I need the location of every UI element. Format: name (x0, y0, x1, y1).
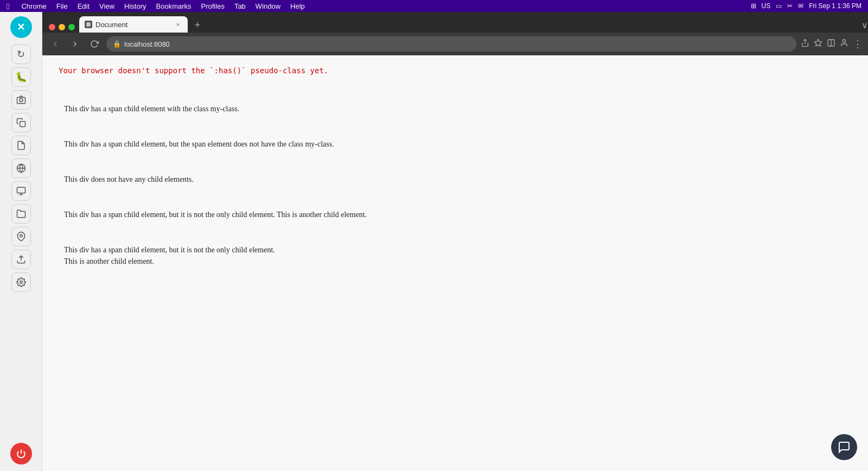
refresh-button[interactable] (87, 36, 102, 52)
sidebar-icon-document[interactable] (11, 136, 31, 155)
menu-view[interactable]: View (99, 2, 114, 10)
bookmark-icon[interactable] (814, 39, 822, 49)
traffic-lights (44, 24, 79, 33)
sidebar-icon-location[interactable] (11, 227, 31, 246)
content-block-3: This div does not have any child element… (64, 162, 852, 197)
traffic-light-red[interactable] (49, 24, 55, 30)
sidebar-icon-refresh[interactable]: ↻ (11, 44, 31, 64)
nav-right-icons: ⋮ (801, 38, 863, 50)
system-icon-4: ✂ (787, 2, 793, 10)
more-icon[interactable]: ⋮ (853, 38, 863, 50)
browser-tab[interactable]: Document × (79, 16, 188, 33)
menu-bar-right: ⊞ US ▭ ✂ ✉ Fri Sep 1 1:36 PM (751, 2, 861, 10)
content-blocks: This div has a span child element with t… (59, 91, 852, 279)
content-block-4: This div has a span child element, but i… (64, 197, 852, 232)
sidebar-icon-folder[interactable] (11, 204, 31, 224)
address-lock-icon: 🔒 (113, 40, 121, 48)
share-icon[interactable] (801, 39, 809, 49)
sidebar-icon-bug[interactable]: 🐛 (11, 67, 31, 87)
sidebar-close-button[interactable]: ✕ (10, 16, 32, 38)
sidebar-power-button[interactable] (10, 443, 32, 464)
back-button[interactable] (48, 36, 63, 52)
svg-point-1 (20, 99, 23, 102)
apple-menu[interactable]:  (7, 2, 9, 11)
browser-window: Document × + ∨ 🔒 localhost:8080 (42, 12, 868, 471)
menu-chrome[interactable]: Chrome (21, 2, 46, 10)
svg-marker-14 (814, 39, 821, 46)
content-block-2: This div has a span child element, but t… (64, 126, 852, 162)
system-icon-5: ✉ (798, 2, 803, 10)
split-view-icon[interactable] (827, 39, 835, 49)
menu-tab[interactable]: Tab (234, 2, 246, 10)
sidebar-icon-settings[interactable] (11, 272, 31, 292)
svg-rect-12 (86, 22, 91, 27)
new-tab-button[interactable]: + (190, 17, 205, 33)
system-icon-3: ▭ (776, 2, 782, 10)
menu-profiles[interactable]: Profiles (201, 2, 225, 10)
system-icon-1: ⊞ (751, 2, 756, 10)
content-text-3: This div does not have any child element… (64, 174, 852, 185)
browser-content: Your browser doesn't support the `:has()… (42, 55, 868, 471)
forward-button[interactable] (67, 36, 82, 52)
tab-close-button[interactable]: × (174, 20, 182, 29)
menu-history[interactable]: History (124, 2, 146, 10)
tab-bar: Document × + ∨ (42, 12, 868, 33)
sidebar-icon-monitor[interactable] (11, 181, 31, 201)
browser-warning: Your browser doesn't support the `:has()… (59, 66, 852, 75)
navigation-bar: 🔒 localhost:8080 (42, 33, 868, 55)
sidebar: ✕ ↻ 🐛 (0, 12, 42, 471)
svg-point-17 (843, 40, 845, 42)
content-text-5b: This is another child element. (64, 256, 852, 267)
tab-title: Document (95, 21, 170, 29)
sidebar-icon-upload[interactable] (11, 250, 31, 269)
clock: Fri Sep 1 1:36 PM (809, 2, 861, 10)
content-text-2: This div has a span child element, but t… (64, 138, 852, 150)
svg-point-8 (20, 234, 22, 237)
menu-bar:  Chrome File Edit View History Bookmark… (0, 0, 868, 12)
menu-edit[interactable]: Edit (78, 2, 90, 10)
address-text: localhost:8080 (124, 40, 790, 48)
content-text-1: This div has a span child element with t… (64, 103, 852, 114)
menu-window[interactable]: Window (256, 2, 280, 10)
content-block-1: This div has a span child element with t… (64, 91, 852, 126)
sidebar-icon-globe[interactable] (11, 158, 31, 178)
menu-file[interactable]: File (56, 2, 68, 10)
svg-point-10 (20, 281, 22, 284)
traffic-light-green[interactable] (68, 24, 75, 30)
menu-bookmarks[interactable]: Bookmarks (156, 2, 192, 10)
system-icon-2: US (762, 2, 771, 10)
chat-button[interactable] (831, 434, 857, 460)
sidebar-icon-copy[interactable] (11, 113, 31, 132)
menu-help[interactable]: Help (290, 2, 305, 10)
content-text-5a: This div has a span child element, but i… (64, 244, 852, 256)
content-block-5: This div has a span child element, but i… (64, 232, 852, 279)
svg-rect-2 (20, 122, 25, 127)
svg-rect-5 (17, 187, 25, 193)
sidebar-icon-camera[interactable] (11, 90, 31, 110)
tab-favicon (85, 21, 92, 28)
profile-icon[interactable] (840, 39, 848, 49)
address-bar[interactable]: 🔒 localhost:8080 (106, 36, 796, 52)
window-collapse-button[interactable]: ∨ (861, 20, 868, 33)
content-text-4: This div has a span child element, but i… (64, 209, 852, 220)
traffic-light-yellow[interactable] (59, 24, 65, 30)
